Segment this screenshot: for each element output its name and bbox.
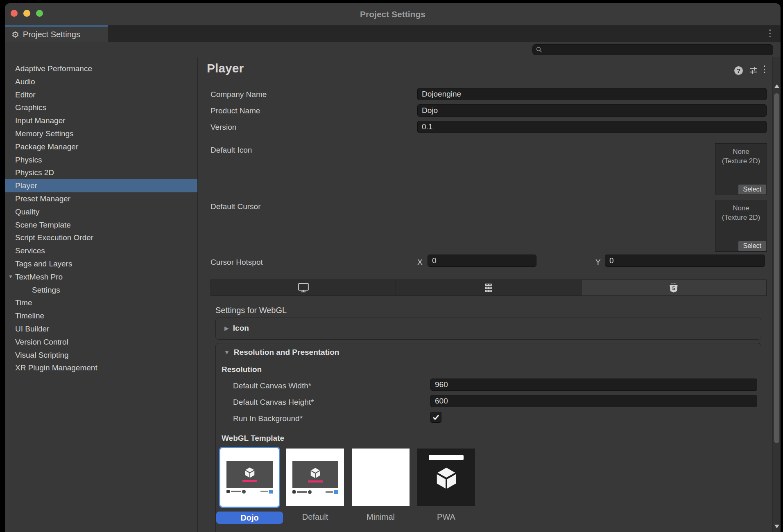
tab-bar: ⚙ Project Settings ⋮ [5,25,781,42]
sidebar-item-timeline[interactable]: Timeline [5,309,197,322]
default-cursor-none-value: None [715,203,767,213]
sidebar-item-tags-and-layers[interactable]: Tags and Layers [5,257,197,271]
player-settings-panel: Player ? ⋮ Company Name Product Name Ver… [198,57,772,532]
canvas-width-field[interactable] [430,379,757,391]
platform-tab-bar: HTML 5 [210,280,767,296]
platform-tab-desktop[interactable] [211,280,396,295]
cursor-hotspot-label: Cursor Hotspot [210,256,263,268]
webgl-html5-icon: HTML 5 [669,282,679,293]
icon-section-label: Icon [233,324,249,333]
sidebar-item-scene-template[interactable]: Scene Template [5,219,197,232]
product-name-label: Product Name [210,105,260,117]
hotspot-x-label: X [417,256,423,268]
sidebar-item-ui-builder[interactable]: UI Builder [5,322,197,336]
template-preview-footer [226,489,273,494]
template-name-dojo-selected[interactable]: Dojo [216,512,283,524]
presets-sliders-icon[interactable] [749,65,758,77]
sidebar-item-player[interactable]: Player [5,179,197,192]
icon-section[interactable]: ▶ Icon [215,318,761,340]
tab-project-settings[interactable]: ⚙ Project Settings [5,25,108,42]
scrollbar-thumb[interactable] [774,93,779,443]
template-name-minimal[interactable]: Minimal [352,512,410,522]
default-icon-none-type: (Texture 2D) [715,156,767,166]
sidebar-item-editor[interactable]: Editor [5,88,197,101]
sidebar-item-script-execution-order[interactable]: Script Execution Order [5,231,197,244]
default-icon-select-button[interactable]: Select [738,185,766,194]
foldout-collapsed-icon: ▶ [224,325,229,331]
version-label: Version [210,121,236,133]
settings-sidebar: Adaptive Performance Audio Editor Graphi… [5,57,198,532]
hotspot-y-field[interactable] [605,255,765,267]
checkmark-icon [432,413,440,421]
unity-cube-icon [244,467,256,479]
template-card-default[interactable] [286,449,344,506]
pink-underline-bar [308,480,323,482]
template-name-default[interactable]: Default [286,512,344,522]
run-in-background-checkbox[interactable] [430,412,441,423]
panel-kebab-icon[interactable]: ⋮ [760,64,769,74]
hotspot-y-label: Y [595,256,601,268]
svg-text:5: 5 [672,286,675,291]
sidebar-item-memory-settings[interactable]: Memory Settings [5,127,197,140]
canvas-width-label: Default Canvas Width* [233,380,311,392]
search-input[interactable] [542,45,773,54]
sidebar-item-physics[interactable]: Physics [5,153,197,167]
canvas-height-label: Default Canvas Height* [233,396,314,408]
resolution-presentation-label: Resolution and Presentation [234,348,339,357]
default-cursor-select-button[interactable]: Select [738,241,766,251]
pwa-title-bar [429,455,464,460]
unity-cube-icon [434,466,459,491]
server-stack-icon [483,283,493,293]
sidebar-item-graphics[interactable]: Graphics [5,101,197,114]
titlebar: Project Settings [5,3,781,25]
sidebar-item-textmesh-pro[interactable]: ▼TextMesh Pro [5,271,197,284]
sidebar-item-adaptive-performance[interactable]: Adaptive Performance [5,62,197,75]
vertical-scrollbar[interactable] [772,57,781,532]
sidebar-item-textmesh-pro-settings[interactable]: Settings [5,284,197,297]
template-name-pwa[interactable]: PWA [417,512,475,522]
version-field[interactable] [417,121,767,133]
default-icon-texture-well[interactable]: None (Texture 2D) Select [715,143,767,195]
sidebar-item-quality[interactable]: Quality [5,205,197,219]
scroll-down-arrow-icon[interactable] [774,525,779,528]
sidebar-item-visual-scripting[interactable]: Visual Scripting [5,349,197,362]
sidebar-item-services[interactable]: Services [5,244,197,257]
resolution-presentation-header[interactable]: ▼ Resolution and Presentation [224,348,339,357]
help-icon[interactable]: ? [734,66,743,75]
template-card-pwa[interactable] [417,449,475,506]
default-cursor-texture-well[interactable]: None (Texture 2D) Select [715,200,767,252]
tab-label: Project Settings [23,30,80,39]
template-preview-footer [292,490,338,494]
toolbar [5,42,781,57]
sidebar-item-preset-manager[interactable]: Preset Manager [5,192,197,205]
project-settings-window: Project Settings ⚙ Project Settings ⋮ Ad… [5,3,781,532]
sidebar-item-audio[interactable]: Audio [5,75,197,88]
sidebar-item-package-manager[interactable]: Package Manager [5,140,197,153]
platform-tab-dedicated-server[interactable] [396,280,581,295]
sidebar-item-input-manager[interactable]: Input Manager [5,114,197,127]
sidebar-item-xr-plugin-management[interactable]: XR Plugin Management [5,361,197,374]
run-in-background-label: Run In Background* [233,413,303,425]
resolution-group-label: Resolution [222,365,262,374]
tab-options-kebab-icon[interactable]: ⋮ [765,28,775,39]
default-icon-label: Default Icon [210,144,252,156]
template-card-dojo[interactable] [219,447,280,508]
sidebar-item-time[interactable]: Time [5,296,197,309]
gear-icon: ⚙ [11,30,19,39]
foldout-expanded-icon: ▼ [224,349,230,356]
canvas-height-field[interactable] [430,395,757,407]
company-name-field[interactable] [417,88,767,100]
template-card-minimal[interactable] [352,449,410,506]
platform-tab-webgl[interactable]: HTML 5 [582,280,766,295]
search-box[interactable] [532,44,773,55]
page-title: Player [207,61,244,75]
search-icon [536,47,542,53]
sidebar-item-physics-2d[interactable]: Physics 2D [5,166,197,179]
product-name-field[interactable] [417,104,767,117]
pink-underline-bar [242,480,257,482]
default-cursor-none-type: (Texture 2D) [715,213,767,222]
hotspot-x-field[interactable] [428,255,536,267]
sidebar-item-version-control[interactable]: Version Control [5,336,197,349]
scroll-up-arrow-icon[interactable] [774,84,779,88]
settings-for-webgl-heading: Settings for WebGL [215,306,287,315]
